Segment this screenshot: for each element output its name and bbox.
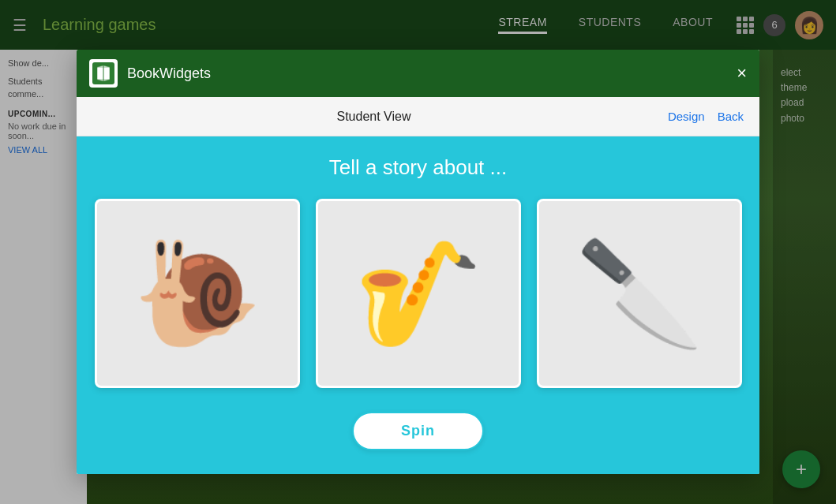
modal-content: Tell a story about ... 🐌 🎷 🔪 Spin (77, 136, 759, 474)
student-view-title: Student View (92, 110, 655, 124)
image-card-saxophone[interactable]: 🎷 (316, 199, 521, 388)
saxophone-emoji: 🎷 (354, 242, 482, 345)
modal-header: BookWidgets × (77, 50, 759, 97)
modal: BookWidgets × Student View Design Back T… (77, 50, 759, 474)
image-cards-row: 🐌 🎷 🔪 (95, 199, 742, 388)
story-title: Tell a story about ... (329, 155, 507, 180)
modal-brand-name: BookWidgets (127, 65, 737, 82)
modal-subheader: Student View Design Back (77, 97, 759, 136)
knife-emoji: 🔪 (575, 242, 703, 345)
snail-emoji: 🐌 (133, 242, 261, 345)
spin-button[interactable]: Spin (352, 412, 484, 450)
modal-close-button[interactable]: × (737, 65, 747, 82)
bookwidgets-logo (89, 59, 118, 88)
design-link[interactable]: Design (668, 110, 705, 123)
modal-overlay: BookWidgets × Student View Design Back T… (0, 0, 836, 504)
image-card-knife[interactable]: 🔪 (537, 199, 742, 388)
image-card-snail[interactable]: 🐌 (95, 199, 300, 388)
back-link[interactable]: Back (718, 110, 744, 123)
